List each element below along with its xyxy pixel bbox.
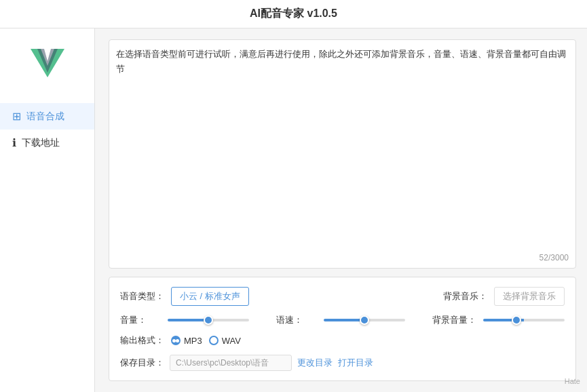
format-wav-option[interactable]: WAV	[209, 336, 241, 346]
mp3-radio[interactable]	[171, 336, 181, 345]
main-layout: ⊞ 语音合成 ℹ 下载地址 在选择语音类型前可进行试听，满意后再进行使用，除此之…	[0, 28, 587, 392]
bg-volume-label: 背景音量：	[432, 314, 476, 326]
volume-label: 音量：	[120, 314, 161, 326]
text-input-area: 在选择语音类型前可进行试听，满意后再进行使用，除此之外还可添加背景音乐，音量、语…	[109, 39, 576, 269]
change-dir-button[interactable]: 更改目录	[297, 357, 333, 369]
speed-label: 语速：	[276, 314, 317, 326]
format-row: 输出格式： MP3 WAV	[120, 334, 565, 347]
open-dir-button[interactable]: 打开目录	[338, 357, 373, 369]
voice-bg-row: 语音类型： 小云 / 标准女声 背景音乐： 选择背景音乐	[120, 287, 565, 306]
wav-radio[interactable]	[209, 336, 219, 345]
speed-slider[interactable]	[324, 319, 405, 321]
watermark: Hate	[565, 377, 580, 385]
bg-volume-slider[interactable]	[483, 319, 565, 321]
voice-select-button[interactable]: 小云 / 标准女声	[171, 287, 249, 306]
format-label: 输出格式：	[120, 334, 164, 347]
logo-area	[0, 42, 94, 83]
bg-music-label: 背景音乐：	[443, 290, 487, 302]
dir-label: 保存目录：	[120, 357, 164, 369]
voice-type-label: 语音类型：	[120, 290, 164, 302]
content-area: 在选择语音类型前可进行试听，满意后再进行使用，除此之外还可添加背景音乐，音量、语…	[95, 28, 587, 392]
mp3-label: MP3	[184, 336, 202, 346]
info-icon: ℹ	[12, 136, 16, 149]
sliders-row: 音量： 语速： 背景音量：	[120, 314, 565, 326]
controls-section: 语音类型： 小云 / 标准女声 背景音乐： 选择背景音乐 音量： 语速： 背景音…	[109, 277, 576, 381]
sidebar-label-download: 下载地址	[22, 137, 60, 149]
sidebar-label-voice: 语音合成	[26, 111, 64, 123]
volume-slider[interactable]	[168, 319, 249, 321]
text-input[interactable]: 在选择语音类型前可进行试听，满意后再进行使用，除此之外还可添加背景音乐，音量、语…	[116, 47, 569, 261]
dir-input[interactable]	[170, 355, 292, 371]
title-bar: AI配音专家 v1.0.5	[0, 0, 587, 28]
dir-row: 保存目录： 更改目录 打开目录	[120, 355, 565, 371]
app-title: AI配音专家 v1.0.5	[250, 7, 337, 19]
bg-music-button[interactable]: 选择背景音乐	[494, 287, 565, 306]
sidebar-item-voice-synthesis[interactable]: ⊞ 语音合成	[0, 103, 94, 130]
format-mp3-option[interactable]: MP3	[171, 336, 202, 346]
char-count: 52/3000	[539, 253, 569, 262]
sidebar-item-download[interactable]: ℹ 下载地址	[0, 130, 94, 156]
app-logo	[27, 42, 68, 83]
wav-label: WAV	[222, 336, 241, 346]
voice-btn-wrapper: 小云 / 标准女声	[171, 287, 249, 306]
grid-icon: ⊞	[12, 110, 21, 123]
sidebar: ⊞ 语音合成 ℹ 下载地址	[0, 28, 95, 392]
